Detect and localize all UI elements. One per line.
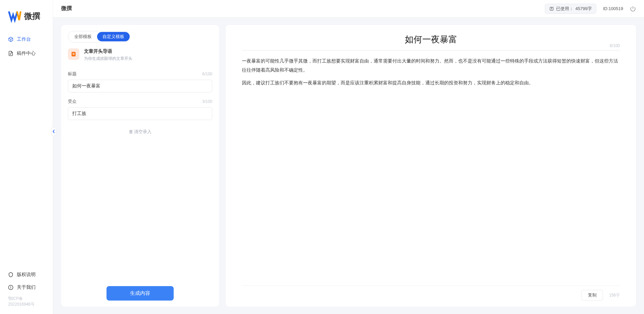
template-card: 文章开头导语 为你生成抓眼球的文章开头 (68, 48, 212, 62)
usage-prefix: 已使用： (556, 6, 573, 12)
output-panel: 如何一夜暴富 6/100 一夜暴富的可能性几乎微乎其微，而打工族想要实现财富自由… (226, 25, 636, 307)
sidebar: 微撰 工作台 稿件中心 (0, 0, 53, 314)
clear-button[interactable]: 🗑 清空录入 (68, 126, 212, 138)
usage-badge[interactable]: 已使用： 45799字 (545, 4, 596, 14)
title-input[interactable] (68, 80, 212, 92)
template-desc: 为你生成抓眼球的文章开头 (84, 56, 132, 62)
document-icon (8, 51, 13, 56)
generate-button[interactable]: 生成内容 (106, 286, 174, 301)
field-label: 受众 (68, 99, 77, 105)
footer-link-label: 关于我们 (17, 284, 36, 290)
article-icon (71, 51, 77, 57)
power-icon (630, 6, 636, 12)
template-icon (68, 48, 79, 60)
icp-text: 鄂ICP备2022016946号 (3, 294, 50, 310)
shield-icon (8, 272, 13, 277)
output-paragraph: 因此，建议打工族们不要抱有一夜暴富的期望，而是应该注重积累财富和提高自身技能，通… (242, 78, 620, 87)
svg-point-2 (11, 286, 11, 286)
nav-item-drafts[interactable]: 稿件中心 (3, 47, 50, 60)
logo: 微撰 (0, 0, 53, 33)
nav-item-label: 工作台 (17, 36, 31, 42)
field-label: 标题 (68, 71, 77, 77)
output-paragraph: 一夜暴富的可能性几乎微乎其微，而打工族想要实现财富自由，通常需要付出大量的时间和… (242, 56, 620, 74)
text-icon (549, 6, 554, 11)
char-count: 156字 (609, 292, 620, 298)
footer-about[interactable]: 关于我们 (3, 281, 50, 294)
footer-copyright[interactable]: 版权说明 (3, 268, 50, 281)
field-counter: 3/100 (202, 99, 212, 104)
usage-value: 45799字 (575, 6, 592, 12)
tab-custom-templates[interactable]: 自定义模板 (97, 32, 130, 41)
output-footer: 复制 156字 (242, 285, 620, 301)
sidebar-collapse-button[interactable] (51, 127, 56, 136)
field-audience: 受众 3/100 (68, 99, 212, 120)
cube-icon (8, 37, 13, 42)
template-tabs: 全部模板 自定义模板 (68, 31, 131, 42)
svg-rect-6 (73, 53, 75, 54)
nav-list: 工作台 稿件中心 (0, 33, 53, 61)
nav-item-label: 稿件中心 (17, 50, 36, 56)
logout-button[interactable] (630, 6, 636, 12)
logo-text: 微撰 (24, 11, 40, 22)
config-panel: 全部模板 自定义模板 文章开头导语 为你生成抓眼球的文章开头 (61, 25, 219, 307)
field-title: 标题 6/100 (68, 71, 212, 92)
output-title: 如何一夜暴富 (242, 34, 620, 45)
template-title: 文章开头导语 (84, 48, 132, 54)
tab-all-templates[interactable]: 全部模板 (69, 32, 97, 41)
info-icon (8, 285, 13, 290)
output-title-counter: 6/100 (610, 43, 620, 48)
chevron-left-icon (52, 129, 55, 133)
logo-icon (8, 9, 22, 23)
footer-link-label: 版权说明 (17, 272, 36, 278)
user-id: ID:100519 (603, 6, 623, 11)
topbar: 微撰 已使用： 45799字 ID:100519 (53, 0, 644, 17)
sidebar-footer: 版权说明 关于我们 鄂ICP备2022016946号 (0, 268, 53, 314)
output-body[interactable]: 一夜暴富的可能性几乎微乎其微，而打工族想要实现财富自由，通常需要付出大量的时间和… (242, 56, 620, 285)
svg-rect-7 (73, 54, 75, 55)
copy-button[interactable]: 复制 (582, 290, 603, 301)
page-title: 微撰 (61, 5, 72, 12)
audience-input[interactable] (68, 107, 212, 120)
field-counter: 6/100 (202, 72, 212, 76)
output-header: 如何一夜暴富 6/100 (242, 34, 620, 50)
nav-item-workspace[interactable]: 工作台 (3, 33, 50, 46)
